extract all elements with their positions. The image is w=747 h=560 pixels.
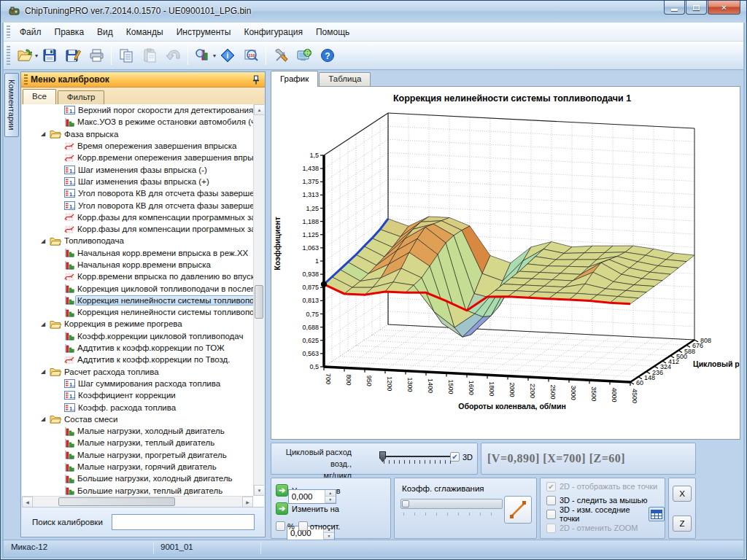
set-value-spinner[interactable]: 0,000 ▲▼ [288,489,336,504]
tree-item[interactable]: 1.2Угол поворота КВ для отсчета фазы зав… [22,187,253,199]
tab-filter[interactable]: Фильтр [58,90,105,106]
checkbox-relative[interactable] [298,521,308,531]
tree-horizontal-scrollbar[interactable]: ◀ ▶ [22,496,253,507]
tree-item[interactable]: Аддтитив к коэфф.коррекции по Твозд. [22,354,253,365]
tree-item[interactable]: Корр.фазы для компенсации программных за… [22,211,253,223]
tree-item[interactable]: 1.2Шаг изменения фазы впрыска (-) [22,163,253,175]
checkbox-2d-cancel-zoom[interactable] [546,524,556,533]
help-button[interactable]: ? [317,44,338,66]
comments-tab[interactable]: Комментарии [4,73,19,137]
menu-item-6[interactable]: Помощь [309,24,356,40]
smoothing-slider[interactable] [400,499,503,509]
tree-item[interactable]: Макс.УОЗ в режиме остановки автомобиля (… [22,116,253,128]
tree-item[interactable]: 1.2Коэффициент коррекции [22,389,253,401]
smoothing-slider-thumb[interactable] [402,500,409,508]
spin-down[interactable]: ▼ [324,533,334,540]
apply-change-button[interactable]: ➔ [276,502,288,515]
tree-item[interactable]: Время опережения завершения впрыска [22,140,253,152]
info-button[interactable]: i [217,44,239,66]
tools-button[interactable] [270,44,292,66]
minimize-button[interactable] [664,1,685,15]
chart-panel[interactable]: 1,51,4381,3751,3131,251,1881,1251,06310,… [271,86,740,440]
tree-item[interactable]: Начальная корр.времени впрыска в реж.ХХ [22,247,253,259]
menu-item-1[interactable]: Правка [48,24,91,40]
checkbox-percent[interactable] [276,521,285,531]
z-axis-slider[interactable] [378,451,457,468]
menu-item-3[interactable]: Команды [120,24,170,40]
z-axis-button[interactable]: Z [673,516,692,532]
menu-item-4[interactable]: Инструменты [170,24,238,40]
close-button[interactable]: ✕ [708,1,740,15]
tree-item[interactable]: Корр.фазы для компенсации программных за… [22,223,253,235]
tree-item[interactable]: Коррекция цикловой топливоподачи в после… [22,282,253,294]
checkbox-3d[interactable]: ✔ [450,452,460,462]
scroll-up-button[interactable]: ▲ [254,104,264,115]
save-button[interactable] [39,44,61,66]
maximize-button[interactable] [686,1,707,15]
tree-item[interactable]: Малые нагрузки, прогретый двигатель [22,449,253,461]
tree-item[interactable]: Коррекция нелинейности системы топливопо… [22,295,253,306]
tree-folder[interactable]: ◢Фаза впрыска [22,128,253,140]
menu-item-5[interactable]: Конфигурация [237,24,309,40]
chart-search-button[interactable] [192,44,214,66]
tree-folder[interactable]: ◢Расчет расхода топлива [22,366,253,378]
scroll-right-button[interactable]: ▶ [242,497,253,508]
vertical-scroll-thumb[interactable] [255,285,263,319]
tree-item[interactable]: Малые нагрузки, теплый двигатель [22,437,253,448]
dropdown-arrow-icon[interactable]: ▾ [35,52,38,59]
calibration-search-input[interactable] [112,514,255,530]
expand-arrow-icon[interactable]: ◢ [41,368,48,375]
undo-button[interactable] [162,44,184,66]
grid-table-button[interactable] [649,507,665,521]
checkbox-3d-follow-mouse[interactable] [546,496,556,505]
checkbox-2d-all-points[interactable]: ✔ [546,482,556,491]
scroll-left-button[interactable]: ◀ [22,497,33,508]
toolbar-grip[interactable] [7,46,10,66]
expand-arrow-icon[interactable]: ◢ [41,416,48,422]
scroll-down-button[interactable]: ▼ [254,485,264,496]
tree-item[interactable]: 1.2Угол поворота КВ для отсчета фазы зав… [22,199,253,211]
tree-item[interactable]: Корр.времени опережения завершения впрыс… [22,152,253,163]
title-bar[interactable]: ChipTuningPRO ver.7.2014.0.1570 - UE0900… [1,1,746,23]
copy-button[interactable] [115,44,137,66]
checkbox-3d-adjacent-points[interactable] [546,510,556,519]
open-file-button[interactable] [14,44,36,66]
tree-item[interactable]: Большие нагрузки, холодный двигатель [22,472,253,484]
tree-folder[interactable]: ◢Коррекция в режиме прогрева [22,318,253,330]
tab-all[interactable]: Все [23,89,56,104]
tree-item[interactable]: Малые нагрузки, холодный двигатель [22,425,253,437]
paste-button[interactable] [139,44,160,66]
expand-arrow-icon[interactable]: ◢ [41,238,48,244]
tree-item[interactable]: Начальная корр.времени впрыска [22,259,253,271]
tab-graph[interactable]: График [271,71,318,87]
find-value-button[interactable]: 110 [240,44,262,66]
tree-item[interactable]: Коррекция нелинейности системы топливопо… [22,306,253,318]
apply-set-button[interactable]: ➔ [276,484,288,497]
menu-item-2[interactable]: Вид [90,24,120,40]
web-button[interactable] [293,44,315,66]
tree-item[interactable]: 1.2Коэфф. расхода топлива [22,401,253,413]
dropdown-arrow-icon[interactable]: ▾ [213,52,216,59]
surface-chart[interactable]: 1,51,4381,3751,3131,251,1881,1251,06310,… [271,87,746,438]
spin-up[interactable]: ▲ [325,490,336,497]
print-button[interactable] [85,44,107,66]
tree-folder[interactable]: ◢Топливоподача [22,235,253,246]
expand-arrow-icon[interactable]: ◢ [41,321,48,327]
tree-item[interactable]: 1.2Верхний порог скорости для детектиров… [22,104,253,116]
tree-vertical-scrollbar[interactable]: ▲ ▼ [253,104,264,496]
tree-item[interactable]: Коэфф.коррекции цикловой топливоподач [22,330,253,342]
interpolate-button[interactable] [504,496,532,524]
menubar-grip[interactable] [7,26,10,39]
x-axis-button[interactable]: X [673,486,692,502]
tree-item[interactable]: 1.2Шаг изменения фазы впрыска (+) [22,176,253,187]
expand-arrow-icon[interactable]: ◢ [41,131,48,137]
save-as-button[interactable] [62,44,84,66]
horizontal-scroll-thumb[interactable] [58,497,175,506]
pin-icon[interactable] [252,75,260,85]
tree-item[interactable]: Аддтитив к коэфф.коррекции по ТОЖ [22,342,253,354]
menu-item-0[interactable]: Файл [13,24,48,40]
tree-item[interactable]: Малые нагрузки, горячий двигатель [22,461,253,472]
tree-item[interactable]: Большие нагрузки, теплый двигатель [22,485,253,497]
tree-item[interactable]: Корр.времени впрыска по давлению во впус… [22,271,253,282]
panel-grip[interactable] [24,74,28,85]
